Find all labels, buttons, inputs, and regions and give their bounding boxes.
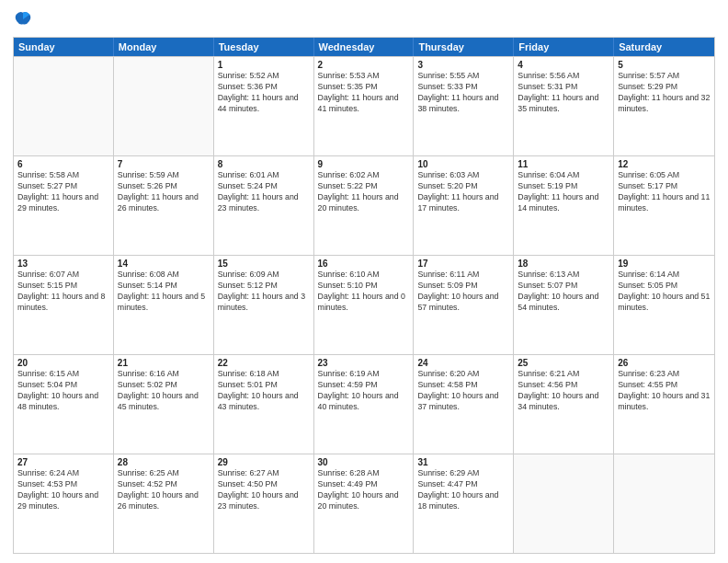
calendar-body: 1Sunrise: 5:52 AM Sunset: 5:36 PM Daylig… (14, 56, 714, 553)
header-day-sunday: Sunday (14, 38, 114, 56)
calendar-cell-4: 4Sunrise: 5:56 AM Sunset: 5:31 PM Daylig… (514, 57, 614, 155)
calendar-cell-13: 13Sunrise: 6:07 AM Sunset: 5:15 PM Dayli… (14, 256, 114, 354)
cell-info-2: Sunrise: 5:53 AM Sunset: 5:35 PM Dayligh… (318, 71, 410, 115)
calendar-cell-24: 24Sunrise: 6:20 AM Sunset: 4:58 PM Dayli… (414, 355, 514, 454)
header-day-wednesday: Wednesday (314, 38, 415, 56)
cell-info-10: Sunrise: 6:03 AM Sunset: 5:20 PM Dayligh… (417, 170, 509, 214)
day-number-26: 26 (618, 358, 711, 368)
day-number-28: 28 (118, 457, 210, 467)
calendar-cell-21: 21Sunrise: 6:16 AM Sunset: 5:02 PM Dayli… (114, 355, 214, 454)
cell-info-22: Sunrise: 6:18 AM Sunset: 5:01 PM Dayligh… (218, 369, 310, 413)
calendar-cell-18: 18Sunrise: 6:13 AM Sunset: 5:07 PM Dayli… (514, 256, 614, 354)
calendar-cell-26: 26Sunrise: 6:23 AM Sunset: 4:55 PM Dayli… (614, 355, 714, 454)
cell-info-11: Sunrise: 6:04 AM Sunset: 5:19 PM Dayligh… (518, 170, 609, 214)
day-number-21: 21 (118, 358, 210, 368)
cell-info-17: Sunrise: 6:11 AM Sunset: 5:09 PM Dayligh… (417, 270, 509, 314)
day-number-2: 2 (318, 60, 410, 70)
calendar-cell-empty (614, 454, 714, 553)
calendar-row-2: 6Sunrise: 5:58 AM Sunset: 5:27 PM Daylig… (14, 155, 714, 255)
calendar-cell-16: 16Sunrise: 6:10 AM Sunset: 5:10 PM Dayli… (314, 256, 415, 354)
header-day-monday: Monday (114, 38, 214, 56)
day-number-19: 19 (618, 259, 711, 269)
day-number-7: 7 (118, 159, 210, 169)
day-number-25: 25 (518, 358, 609, 368)
day-number-29: 29 (218, 457, 310, 467)
day-number-3: 3 (417, 60, 509, 70)
day-number-13: 13 (17, 259, 109, 269)
calendar-row-1: 1Sunrise: 5:52 AM Sunset: 5:36 PM Daylig… (14, 56, 714, 155)
day-number-31: 31 (417, 457, 509, 467)
cell-info-16: Sunrise: 6:10 AM Sunset: 5:10 PM Dayligh… (318, 270, 410, 314)
day-number-12: 12 (618, 159, 711, 169)
logo (13, 9, 37, 29)
header-day-thursday: Thursday (414, 38, 514, 56)
calendar-cell-3: 3Sunrise: 5:55 AM Sunset: 5:33 PM Daylig… (414, 57, 514, 155)
header (13, 9, 715, 29)
day-number-1: 1 (218, 60, 310, 70)
day-number-8: 8 (218, 159, 310, 169)
cell-info-25: Sunrise: 6:21 AM Sunset: 4:56 PM Dayligh… (518, 369, 609, 413)
calendar-cell-9: 9Sunrise: 6:02 AM Sunset: 5:22 PM Daylig… (314, 156, 415, 255)
calendar-row-3: 13Sunrise: 6:07 AM Sunset: 5:15 PM Dayli… (14, 255, 714, 354)
cell-info-21: Sunrise: 6:16 AM Sunset: 5:02 PM Dayligh… (118, 369, 210, 413)
cell-info-15: Sunrise: 6:09 AM Sunset: 5:12 PM Dayligh… (218, 270, 310, 314)
day-number-30: 30 (318, 457, 410, 467)
cell-info-27: Sunrise: 6:24 AM Sunset: 4:53 PM Dayligh… (17, 468, 109, 512)
calendar-cell-1: 1Sunrise: 5:52 AM Sunset: 5:36 PM Daylig… (214, 57, 314, 155)
cell-info-30: Sunrise: 6:28 AM Sunset: 4:49 PM Dayligh… (318, 468, 410, 512)
cell-info-8: Sunrise: 6:01 AM Sunset: 5:24 PM Dayligh… (218, 170, 310, 214)
calendar-cell-11: 11Sunrise: 6:04 AM Sunset: 5:19 PM Dayli… (514, 156, 614, 255)
calendar-cell-10: 10Sunrise: 6:03 AM Sunset: 5:20 PM Dayli… (414, 156, 514, 255)
cell-info-14: Sunrise: 6:08 AM Sunset: 5:14 PM Dayligh… (118, 270, 210, 314)
cell-info-19: Sunrise: 6:14 AM Sunset: 5:05 PM Dayligh… (618, 270, 711, 314)
calendar-cell-20: 20Sunrise: 6:15 AM Sunset: 5:04 PM Dayli… (14, 355, 114, 454)
calendar-row-5: 27Sunrise: 6:24 AM Sunset: 4:53 PM Dayli… (14, 454, 714, 553)
calendar-cell-7: 7Sunrise: 5:59 AM Sunset: 5:26 PM Daylig… (114, 156, 214, 255)
cell-info-12: Sunrise: 6:05 AM Sunset: 5:17 PM Dayligh… (618, 170, 711, 214)
cell-info-5: Sunrise: 5:57 AM Sunset: 5:29 PM Dayligh… (618, 71, 711, 115)
header-day-tuesday: Tuesday (214, 38, 314, 56)
day-number-24: 24 (417, 358, 509, 368)
day-number-18: 18 (518, 259, 609, 269)
calendar-cell-12: 12Sunrise: 6:05 AM Sunset: 5:17 PM Dayli… (614, 156, 714, 255)
day-number-17: 17 (417, 259, 509, 269)
day-number-23: 23 (318, 358, 410, 368)
day-number-27: 27 (17, 457, 109, 467)
day-number-20: 20 (17, 358, 109, 368)
day-number-15: 15 (218, 259, 310, 269)
cell-info-1: Sunrise: 5:52 AM Sunset: 5:36 PM Dayligh… (218, 71, 310, 115)
day-number-9: 9 (318, 159, 410, 169)
logo-icon (13, 9, 33, 29)
calendar-cell-15: 15Sunrise: 6:09 AM Sunset: 5:12 PM Dayli… (214, 256, 314, 354)
calendar-cell-empty (14, 57, 114, 155)
cell-info-3: Sunrise: 5:55 AM Sunset: 5:33 PM Dayligh… (417, 71, 509, 115)
cell-info-18: Sunrise: 6:13 AM Sunset: 5:07 PM Dayligh… (518, 270, 609, 314)
calendar: SundayMondayTuesdayWednesdayThursdayFrid… (13, 37, 715, 554)
cell-info-7: Sunrise: 5:59 AM Sunset: 5:26 PM Dayligh… (118, 170, 210, 214)
page: SundayMondayTuesdayWednesdayThursdayFrid… (0, 0, 728, 563)
cell-info-29: Sunrise: 6:27 AM Sunset: 4:50 PM Dayligh… (218, 468, 310, 512)
calendar-cell-8: 8Sunrise: 6:01 AM Sunset: 5:24 PM Daylig… (214, 156, 314, 255)
header-day-friday: Friday (514, 38, 614, 56)
calendar-cell-22: 22Sunrise: 6:18 AM Sunset: 5:01 PM Dayli… (214, 355, 314, 454)
cell-info-9: Sunrise: 6:02 AM Sunset: 5:22 PM Dayligh… (318, 170, 410, 214)
calendar-cell-6: 6Sunrise: 5:58 AM Sunset: 5:27 PM Daylig… (14, 156, 114, 255)
cell-info-4: Sunrise: 5:56 AM Sunset: 5:31 PM Dayligh… (518, 71, 609, 115)
calendar-header: SundayMondayTuesdayWednesdayThursdayFrid… (14, 38, 714, 56)
cell-info-20: Sunrise: 6:15 AM Sunset: 5:04 PM Dayligh… (17, 369, 109, 413)
calendar-cell-empty (514, 454, 614, 553)
cell-info-31: Sunrise: 6:29 AM Sunset: 4:47 PM Dayligh… (417, 468, 509, 512)
calendar-cell-empty (114, 57, 214, 155)
calendar-cell-5: 5Sunrise: 5:57 AM Sunset: 5:29 PM Daylig… (614, 57, 714, 155)
calendar-cell-30: 30Sunrise: 6:28 AM Sunset: 4:49 PM Dayli… (314, 454, 415, 553)
cell-info-26: Sunrise: 6:23 AM Sunset: 4:55 PM Dayligh… (618, 369, 711, 413)
cell-info-13: Sunrise: 6:07 AM Sunset: 5:15 PM Dayligh… (17, 270, 109, 314)
cell-info-24: Sunrise: 6:20 AM Sunset: 4:58 PM Dayligh… (417, 369, 509, 413)
calendar-cell-28: 28Sunrise: 6:25 AM Sunset: 4:52 PM Dayli… (114, 454, 214, 553)
day-number-6: 6 (17, 159, 109, 169)
cell-info-23: Sunrise: 6:19 AM Sunset: 4:59 PM Dayligh… (318, 369, 410, 413)
calendar-cell-2: 2Sunrise: 5:53 AM Sunset: 5:35 PM Daylig… (314, 57, 415, 155)
calendar-cell-14: 14Sunrise: 6:08 AM Sunset: 5:14 PM Dayli… (114, 256, 214, 354)
calendar-cell-29: 29Sunrise: 6:27 AM Sunset: 4:50 PM Dayli… (214, 454, 314, 553)
calendar-cell-19: 19Sunrise: 6:14 AM Sunset: 5:05 PM Dayli… (614, 256, 714, 354)
